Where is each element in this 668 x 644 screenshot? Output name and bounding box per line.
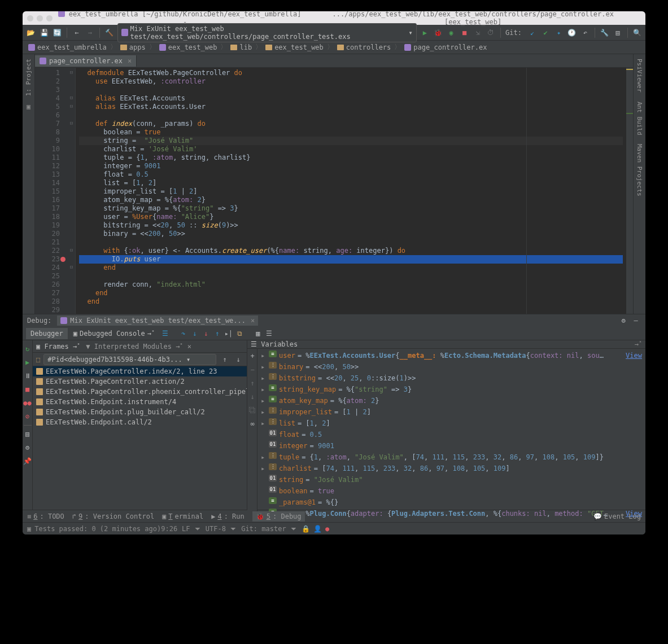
psiviewer-tab[interactable]: PsiViewer (635, 54, 644, 97)
editor-tab[interactable]: page_controller.ex × (35, 55, 137, 67)
run-config-select[interactable]: Mix ExUnit eex_test_web test/eex_test_we… (117, 23, 416, 42)
step-over-icon[interactable]: ↷ (178, 328, 189, 339)
close-icon[interactable] (27, 15, 33, 21)
next-frame-icon[interactable]: ↓ (233, 354, 243, 365)
layout-icon[interactable]: ☰ (160, 328, 171, 339)
pid-select[interactable]: #Pid<debugged7b315598-446b-4b3... ▾ (43, 354, 216, 365)
close-tab-icon[interactable]: × (128, 57, 132, 65)
variable-row[interactable]: ▸≡ string_key_map = %{"string" => 3} (257, 384, 645, 395)
maven-tab[interactable]: Maven Projects (635, 139, 644, 201)
pin-icon[interactable]: 📌 (23, 456, 33, 466)
stop-debug-icon[interactable]: ■ (23, 384, 33, 395)
code-view[interactable]: 1234567891011121314151617181920212223242… (35, 68, 633, 314)
debugger-tab[interactable]: Debugger (26, 328, 68, 339)
profile-icon[interactable]: ⏱ (486, 27, 496, 38)
variable-row[interactable]: 01 float = 0.5 (257, 429, 645, 440)
variable-row[interactable]: ▸⋮ binary = <<200, 50>> (257, 361, 645, 373)
vcs-compare-icon[interactable]: ✦ (554, 27, 564, 38)
breadcrumb-item[interactable]: eex_test_web (157, 43, 220, 51)
tool-window-tab[interactable]: ↱ 9: Version Control (72, 512, 154, 520)
variable-row[interactable]: 01 boolean = true (257, 485, 645, 497)
list-icon[interactable]: ☰ (264, 328, 274, 339)
window-controls[interactable] (27, 15, 53, 21)
run-icon[interactable]: ▶ (420, 27, 430, 38)
lock-icon[interactable]: 🔒 (302, 525, 310, 533)
attach-icon[interactable]: ⇲ (473, 27, 482, 38)
settings-icon[interactable]: ⚙ (23, 443, 33, 453)
resume-icon[interactable]: ▶ (23, 357, 33, 367)
close-session-icon[interactable]: × (251, 317, 255, 325)
up-icon[interactable]: ↑ (247, 378, 257, 388)
stack-frame[interactable]: EExTestWeb.Endpoint.plug_builder_call/2 (33, 407, 247, 417)
variables-tab-label[interactable]: Variables (261, 340, 298, 348)
tool-window-tab[interactable]: ▶ 4: Run (211, 512, 245, 520)
frames-tab-label[interactable]: Frames (44, 343, 68, 351)
breakpoints-icon[interactable]: ●● (23, 398, 33, 408)
stack-frame[interactable]: EExTestWeb.Endpoint.call/2 (33, 417, 247, 427)
error-stripe[interactable] (626, 68, 633, 314)
variable-row[interactable]: ▸⋮ improper_list = [1 | 2] (257, 406, 645, 418)
layout-settings-icon[interactable]: ▤ (23, 429, 33, 439)
link-icon[interactable]: ∞ (247, 419, 257, 429)
breakpoint-icon[interactable] (60, 257, 66, 262)
forward-icon[interactable]: → (85, 27, 95, 38)
error-indicator-icon[interactable]: ● (325, 525, 329, 533)
stack-frame[interactable]: EExTestWeb.Endpoint.instrument/4 (33, 397, 247, 407)
grid-icon[interactable]: ▦ (253, 328, 263, 339)
sync-icon[interactable]: 🔄 (53, 27, 62, 38)
evaluate-icon[interactable]: ⧉ (235, 328, 245, 339)
variable-row[interactable]: ▸⋮ bitstring = <<20, 25, 0::size(1)>> (257, 373, 645, 384)
stack-frame[interactable]: EExTestWeb.PageController.phoenix_contro… (33, 387, 247, 397)
tool-window-tab[interactable]: 🐞 5: Debug (252, 511, 305, 522)
variable-row[interactable]: 01 string = "José Valim" (257, 474, 645, 485)
structure-icon[interactable]: ▤ (613, 27, 622, 38)
restore-icon[interactable]: →˟ (635, 340, 642, 348)
minimize-panel-icon[interactable]: — (631, 316, 641, 326)
vcs-update-icon[interactable]: ↙ (527, 27, 537, 38)
debug-icon[interactable]: 🐞 (433, 27, 443, 38)
minimize-icon[interactable] (37, 15, 43, 21)
interpreted-tab-label[interactable]: Interpreted Modules (94, 343, 172, 351)
view-link[interactable]: View (626, 351, 642, 361)
project-tool-tab[interactable]: 1: Project (24, 54, 33, 100)
fold-column[interactable]: ⊟⊟⊟⊟⊟⊟ (68, 68, 76, 314)
breadcrumb-item[interactable]: controllers (335, 43, 393, 51)
frames-list[interactable]: EExTestWeb.PageController.index/2, line … (33, 366, 247, 510)
zoom-icon[interactable] (46, 15, 53, 21)
search-icon[interactable]: 🔍 (632, 27, 642, 38)
step-out-icon[interactable]: ↑ (212, 328, 222, 339)
add-watch-icon[interactable]: + (247, 351, 257, 361)
breadcrumb-item[interactable]: lib (228, 43, 254, 51)
variables-list[interactable]: ▸≡ user = %EExTest.Accounts.User{__meta_… (257, 349, 645, 520)
caret-position[interactable]: 9:26 (161, 525, 177, 533)
back-icon[interactable]: ← (72, 27, 81, 38)
run-to-cursor-icon[interactable]: ▸| (224, 328, 234, 339)
step-into-icon[interactable]: ↓ (190, 328, 200, 339)
settings-icon[interactable]: 🔧 (600, 27, 609, 38)
save-icon[interactable]: 💾 (39, 27, 49, 38)
code-area[interactable]: defmodule EExTestWeb.PageController do u… (76, 68, 626, 314)
stack-frame[interactable]: EExTestWeb.PageController.index/2, line … (33, 366, 247, 376)
down-icon[interactable]: ↓ (247, 392, 257, 402)
vcs-revert-icon[interactable]: ↶ (580, 27, 590, 38)
breadcrumb-item[interactable]: eex_test_web (263, 43, 326, 51)
vcs-commit-icon[interactable]: ✔ (540, 27, 550, 38)
variable-row[interactable]: ▸⋮ tuple = {1, :atom, "José Valim", [74,… (257, 452, 645, 463)
gutter[interactable]: 1234567891011121314151617181920212223242… (35, 68, 68, 314)
git-branch[interactable]: Git: master (241, 525, 286, 533)
stop-icon[interactable]: ■ (460, 27, 469, 38)
debug-settings-icon[interactable]: ⚙ (618, 316, 628, 326)
ant-build-tab[interactable]: Ant Build (635, 97, 644, 140)
coverage-icon[interactable]: ◉ (447, 27, 456, 38)
variable-row[interactable]: ▸⋮ list = [1, 2] (257, 418, 645, 429)
variable-row[interactable]: ≡ _params@1 = %{} (257, 497, 645, 508)
variable-row[interactable]: ▸⋮ charlist = [74, 111, 115, 233, 32, 86… (257, 463, 645, 474)
console-tab[interactable]: ▣ Debugged Console →˟ (69, 328, 159, 339)
stack-frame[interactable]: EExTestWeb.PageController.action/2 (33, 376, 247, 387)
variable-row[interactable]: 01 integer = 9001 (257, 440, 645, 452)
vcs-history-icon[interactable]: 🕐 (567, 27, 577, 38)
rerun-icon[interactable]: ↻ (23, 344, 33, 354)
variable-row[interactable]: ▸≡ conn = %Plug.Conn{adapter: {Plug.Adap… (257, 508, 645, 519)
remove-watch-icon[interactable]: − (247, 365, 257, 375)
copy-icon[interactable]: ⿻ (247, 405, 257, 415)
